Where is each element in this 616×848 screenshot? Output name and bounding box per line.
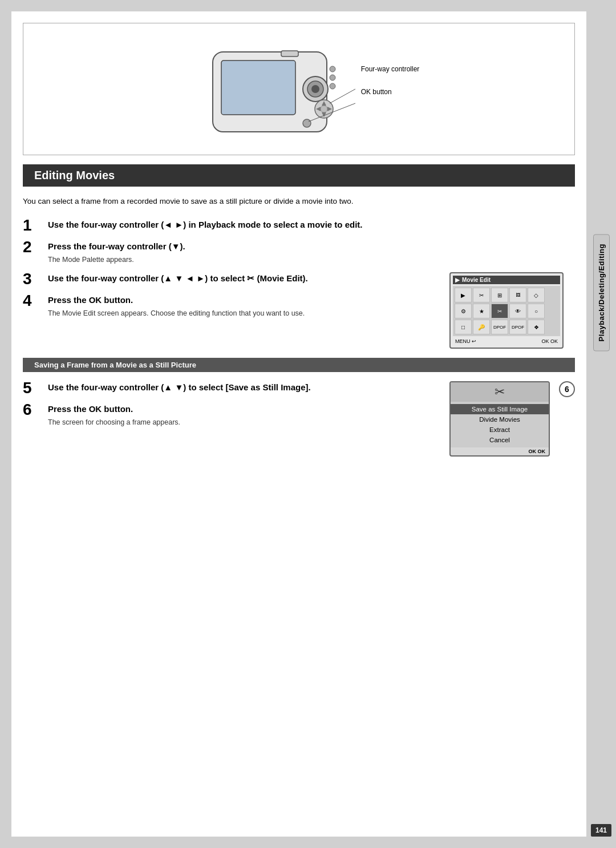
- icon-grid: ⊞: [491, 288, 508, 302]
- icon-gear: ⚙: [455, 304, 472, 318]
- camera-svg: Four-way controller OK button: [35, 35, 563, 143]
- section-heading: Editing Movies: [23, 164, 575, 187]
- icon-circle: ○: [528, 304, 545, 318]
- screen-icon-grid: ▶ ✂ ⊞ 🖼 ◇ ⚙ ★ ✂ 👁 ○: [453, 286, 560, 336]
- step-4: 4 Press the OK button. The Movie Edit sc…: [23, 294, 440, 319]
- icon-star: ★: [473, 304, 490, 318]
- intro-text: You can select a frame from a recorded m…: [23, 196, 575, 207]
- step-6: 6 Press the OK button. The screen for ch…: [23, 403, 440, 428]
- step-6-title: Press the OK button.: [48, 403, 440, 415]
- steps-5-6: 5 Use the four-way controller (▲ ▼) to s…: [23, 381, 575, 457]
- ok-button-label: OK button: [361, 88, 420, 96]
- screen-row-3: □ 🔑 DPOF DPOF ❖: [455, 320, 558, 334]
- svg-line-16: [330, 89, 355, 103]
- icon-misc: ❖: [528, 320, 545, 334]
- svg-point-15: [303, 119, 311, 127]
- step-4-content: Press the OK button. The Movie Edit scre…: [48, 294, 440, 319]
- svg-rect-2: [281, 51, 298, 56]
- main-content: Four-way controller OK button Editing Mo…: [11, 11, 586, 837]
- menu-ok-label: OK OK: [528, 449, 545, 454]
- menu-item-divide[interactable]: Divide Movies: [451, 414, 549, 425]
- step-4-desc: The Movie Edit screen appears. Choose th…: [48, 308, 440, 319]
- screen-title: Movie Edit: [462, 277, 491, 283]
- svg-point-14: [321, 106, 327, 112]
- icon-diamond: ◇: [528, 288, 545, 302]
- screen-menu-label: MENU ↩: [455, 338, 476, 344]
- steps-3-4-left: 3 Use the four-way controller (▲ ▼ ◄ ►) …: [23, 272, 440, 319]
- icon-pic: 🖼: [509, 288, 526, 302]
- svg-point-6: [330, 66, 335, 72]
- camera-diagram: Four-way controller OK button: [23, 23, 575, 155]
- svg-point-7: [330, 75, 335, 80]
- icon-optical: DPOF: [509, 320, 526, 334]
- icon-play: ▶: [455, 288, 472, 302]
- step-5: 5 Use the four-way controller (▲ ▼) to s…: [23, 381, 440, 396]
- step-4-number: 4: [23, 293, 43, 309]
- menu-footer: OK OK: [451, 447, 549, 455]
- svg-point-8: [330, 83, 335, 89]
- menu-header-icon: ✂: [495, 385, 505, 399]
- step-6-number: 6: [23, 402, 43, 418]
- step-5-content: Use the four-way controller (▲ ▼) to sel…: [48, 381, 440, 393]
- step-2: 2 Press the four-way controller (▼). The…: [23, 240, 575, 265]
- steps-5-6-left: 5 Use the four-way controller (▲ ▼) to s…: [23, 381, 440, 428]
- screen-title-icon: ▶: [455, 277, 460, 283]
- movie-edit-menu-header: ✂: [451, 382, 549, 402]
- page-container: Four-way controller OK button Editing Mo…: [0, 0, 616, 848]
- step-1-number: 1: [23, 217, 43, 233]
- steps-3-4: 3 Use the four-way controller (▲ ▼ ◄ ►) …: [23, 272, 575, 349]
- screen-row-1: ▶ ✂ ⊞ 🖼 ◇: [455, 288, 558, 302]
- side-tab-label: Playback/Deleting/Editing: [593, 234, 610, 351]
- menu-items-list: Save as Still Image Divide Movies Extrac…: [451, 402, 549, 447]
- step-2-number: 2: [23, 239, 43, 255]
- icon-box: □: [455, 320, 472, 334]
- step-3-title: Use the four-way controller (▲ ▼ ◄ ►) to…: [48, 272, 440, 284]
- icon-scissors-selected: ✂: [491, 304, 508, 318]
- step-1-content: Use the four-way controller (◄ ►) in Pla…: [48, 219, 575, 231]
- menu-item-extract[interactable]: Extract: [451, 425, 549, 435]
- movie-edit-screen: ▶ Movie Edit ▶ ✂ ⊞ 🖼 ◇: [449, 272, 564, 349]
- icon-key: 🔑: [473, 320, 490, 334]
- svg-point-5: [311, 85, 319, 93]
- camera-illustration: [179, 35, 372, 143]
- menu-item-save[interactable]: Save as Still Image: [451, 404, 549, 414]
- screen-title-bar: ▶ Movie Edit: [453, 276, 560, 284]
- sub-section-heading: Saving a Frame from a Movie as a Still P…: [23, 358, 575, 372]
- step-6-content: Press the OK button. The screen for choo…: [48, 403, 440, 428]
- step-5-title: Use the four-way controller (▲ ▼) to sel…: [48, 381, 440, 393]
- step-3-content: Use the four-way controller (▲ ▼ ◄ ►) to…: [48, 272, 440, 284]
- movie-menu-container: ✂ Save as Still Image Divide Movies Extr…: [449, 381, 575, 457]
- step-3: 3 Use the four-way controller (▲ ▼ ◄ ►) …: [23, 272, 440, 287]
- svg-rect-1: [221, 60, 295, 115]
- screen-ok-label: OK OK: [541, 338, 558, 344]
- step-3-number: 3: [23, 271, 43, 287]
- step-1-title: Use the four-way controller (◄ ►) in Pla…: [48, 219, 575, 231]
- page-number: 141: [591, 824, 611, 837]
- step-6-desc: The screen for choosing a frame appears.: [48, 417, 440, 428]
- step-2-desc: The Mode Palette appears.: [48, 255, 575, 265]
- screen-row-2: ⚙ ★ ✂ 👁 ○: [455, 304, 558, 318]
- icon-eye: 👁: [509, 304, 526, 318]
- circle-badge-6: 6: [559, 381, 575, 397]
- movie-edit-screen-container: ▶ Movie Edit ▶ ✂ ⊞ 🖼 ◇: [449, 272, 575, 349]
- movie-edit-menu: ✂ Save as Still Image Divide Movies Extr…: [449, 381, 550, 457]
- screen-bottom-bar: MENU ↩ OK OK: [453, 337, 560, 345]
- step-1: 1 Use the four-way controller (◄ ►) in P…: [23, 219, 575, 233]
- camera-labels: Four-way controller OK button: [361, 65, 420, 96]
- menu-item-cancel[interactable]: Cancel: [451, 435, 549, 445]
- step-2-content: Press the four-way controller (▼). The M…: [48, 240, 575, 265]
- step-2-title: Press the four-way controller (▼).: [48, 240, 575, 252]
- step-4-title: Press the OK button.: [48, 294, 440, 306]
- four-way-label: Four-way controller: [361, 65, 420, 73]
- icon-cut: ✂: [473, 288, 490, 302]
- step-5-number: 5: [23, 380, 43, 396]
- icon-print: DPOF: [491, 320, 508, 334]
- right-sidebar: Playback/Deleting/Editing 141: [586, 0, 616, 848]
